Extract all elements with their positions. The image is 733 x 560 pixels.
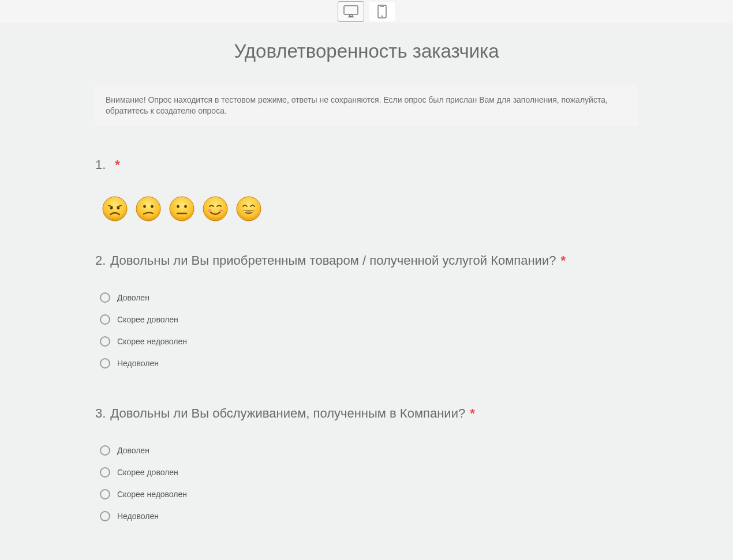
svg-point-10 bbox=[143, 205, 146, 208]
svg-point-6 bbox=[103, 197, 127, 221]
emoji-rating-row bbox=[95, 196, 638, 221]
required-marker: * bbox=[560, 253, 566, 269]
radio-icon bbox=[100, 445, 110, 456]
emoji-grin[interactable] bbox=[236, 196, 261, 221]
svg-point-4 bbox=[382, 16, 383, 17]
q2-option-0[interactable]: Доволен bbox=[100, 287, 638, 309]
radio-icon bbox=[100, 292, 110, 303]
svg-point-17 bbox=[208, 209, 211, 212]
emoji-confused[interactable] bbox=[136, 196, 161, 221]
q2-option-2[interactable]: Скорее недоволен bbox=[100, 330, 638, 352]
q2-option-2-label: Скорее недоволен bbox=[117, 337, 187, 346]
question-3-number: 3. bbox=[95, 405, 106, 422]
question-2-number: 2. bbox=[95, 253, 106, 269]
q2-option-3-label: Недоволен bbox=[117, 359, 159, 368]
svg-point-13 bbox=[177, 205, 179, 208]
question-3: 3. Довольны ли Вы обслуживанием, получен… bbox=[95, 405, 638, 527]
q2-option-3[interactable]: Недоволен bbox=[100, 352, 638, 374]
question-2-header: 2. Довольны ли Вы приобретенным товаром … bbox=[95, 253, 638, 269]
question-2-options: Доволен Скорее доволен Скорее недоволен … bbox=[95, 287, 638, 374]
svg-point-8 bbox=[117, 207, 120, 210]
question-1-header: 1. * bbox=[95, 157, 638, 174]
radio-icon bbox=[100, 336, 110, 347]
q3-option-1[interactable]: Скорее доволен bbox=[100, 461, 638, 483]
radio-icon bbox=[100, 511, 110, 521]
q3-option-0-label: Доволен bbox=[117, 446, 149, 455]
svg-rect-0 bbox=[344, 6, 358, 14]
emoji-smile[interactable] bbox=[203, 196, 228, 221]
question-2: 2. Довольны ли Вы приобретенным товаром … bbox=[95, 253, 638, 374]
test-mode-notice: Внимание! Опрос находится в тестовом реж… bbox=[95, 85, 638, 126]
question-1-number: 1. bbox=[95, 157, 106, 174]
q3-option-0[interactable]: Доволен bbox=[100, 439, 638, 461]
radio-icon bbox=[100, 358, 110, 369]
svg-point-19 bbox=[237, 197, 261, 221]
mobile-icon bbox=[377, 5, 387, 18]
svg-rect-1 bbox=[350, 15, 353, 17]
device-selector-bar bbox=[0, 0, 733, 23]
q3-option-2[interactable]: Скорее недоволен bbox=[100, 483, 638, 505]
svg-point-11 bbox=[151, 205, 154, 208]
q3-option-3[interactable]: Недоволен bbox=[100, 505, 638, 527]
question-3-header: 3. Довольны ли Вы обслуживанием, получен… bbox=[95, 405, 638, 422]
desktop-view-button[interactable] bbox=[338, 2, 364, 21]
question-3-text: Довольны ли Вы обслуживанием, полученным… bbox=[110, 405, 465, 422]
svg-point-7 bbox=[110, 207, 113, 210]
q3-option-2-label: Скорее недоволен bbox=[117, 490, 187, 499]
svg-point-14 bbox=[184, 205, 187, 208]
q3-option-1-label: Скорее доволен bbox=[117, 468, 178, 477]
q2-option-1[interactable]: Скорее доволен bbox=[100, 309, 638, 330]
mobile-view-button[interactable] bbox=[369, 2, 395, 21]
q3-option-3-label: Недоволен bbox=[117, 512, 159, 521]
question-3-options: Доволен Скорее доволен Скорее недоволен … bbox=[95, 439, 638, 527]
radio-icon bbox=[100, 489, 110, 499]
svg-point-9 bbox=[136, 197, 160, 221]
svg-point-16 bbox=[203, 197, 227, 221]
q2-option-0-label: Доволен bbox=[117, 293, 149, 302]
emoji-angry[interactable] bbox=[102, 196, 128, 221]
survey-title: Удовлетворенность заказчика bbox=[0, 40, 733, 62]
q2-option-1-label: Скорее доволен bbox=[117, 315, 178, 324]
svg-point-18 bbox=[219, 209, 223, 212]
svg-point-12 bbox=[170, 197, 194, 221]
emoji-neutral[interactable] bbox=[169, 196, 195, 221]
required-marker: * bbox=[115, 157, 120, 174]
desktop-icon bbox=[343, 5, 358, 18]
radio-icon bbox=[100, 314, 110, 325]
question-2-text: Довольны ли Вы приобретенным товаром / п… bbox=[110, 253, 556, 269]
survey-page: Удовлетворенность заказчика Внимание! Оп… bbox=[0, 23, 733, 560]
survey-content: Внимание! Опрос находится в тестовом реж… bbox=[95, 85, 638, 560]
question-1: 1. * bbox=[95, 157, 638, 222]
radio-icon bbox=[100, 467, 110, 478]
required-marker: * bbox=[470, 405, 475, 422]
